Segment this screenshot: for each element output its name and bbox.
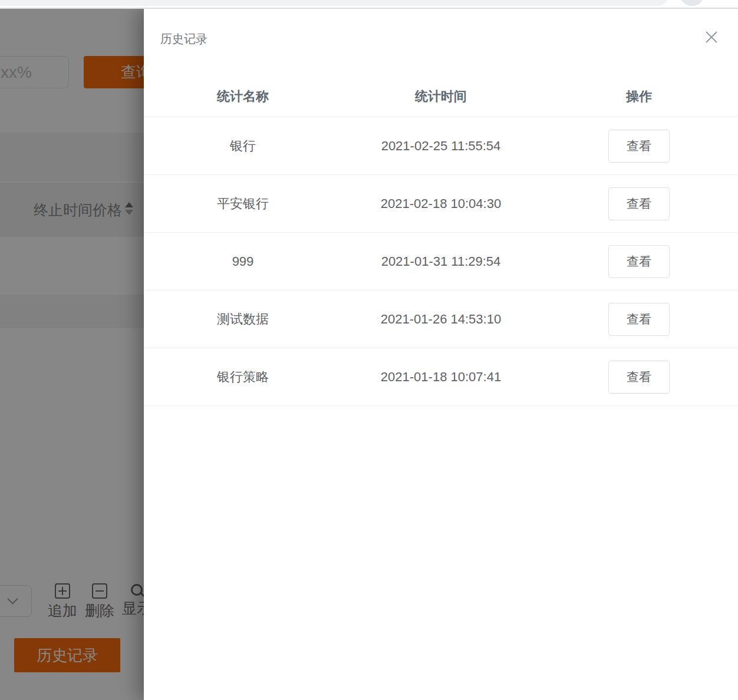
view-button[interactable]: 查看: [608, 361, 670, 394]
address-bar[interactable]: [0, 0, 668, 6]
screen: 查询 终止时间价格 追加 删除 显示: [0, 0, 738, 700]
view-button[interactable]: 查看: [608, 303, 670, 336]
cell-stat-name: 平安银行: [144, 175, 342, 232]
cell-stat-time: 2021-02-18 10:04:30: [342, 175, 540, 232]
table-header-row: 统计名称 统计时间 操作: [144, 76, 738, 117]
table-row: 测试数据 2021-01-26 14:53:10 查看: [144, 290, 738, 348]
table-row: 平安银行 2021-02-18 10:04:30 查看: [144, 175, 738, 233]
column-header-name: 统计名称: [144, 76, 342, 117]
table-row: 银行策略 2021-01-18 10:07:41 查看: [144, 348, 738, 406]
close-button[interactable]: [703, 28, 720, 45]
view-button[interactable]: 查看: [608, 130, 670, 163]
column-header-time: 统计时间: [342, 76, 540, 117]
cell-stat-name: 银行: [144, 117, 342, 174]
cell-stat-name: 测试数据: [144, 290, 342, 348]
cell-stat-time: 2021-01-31 11:29:54: [342, 233, 540, 290]
cell-stat-time: 2021-01-26 14:53:10: [342, 290, 540, 348]
history-drawer: 历史记录 统计名称 统计时间 操作 银行 2021-02-25 11:55:54…: [144, 9, 738, 700]
column-header-action: 操作: [540, 76, 738, 117]
view-button[interactable]: 查看: [608, 187, 670, 220]
drawer-title: 历史记录: [160, 31, 207, 47]
table-row: 999 2021-01-31 11:29:54 查看: [144, 233, 738, 290]
browser-toolbar-sliver: [0, 0, 738, 9]
cell-stat-name: 999: [144, 233, 342, 290]
cell-stat-time: 2021-02-25 11:55:54: [342, 117, 540, 174]
view-button[interactable]: 查看: [608, 245, 670, 278]
history-table: 统计名称 统计时间 操作 银行 2021-02-25 11:55:54 查看 平…: [144, 76, 738, 406]
cell-stat-time: 2021-01-18 10:07:41: [342, 348, 540, 405]
table-row: 银行 2021-02-25 11:55:54 查看: [144, 117, 738, 175]
cell-stat-name: 银行策略: [144, 348, 342, 405]
close-icon: [703, 28, 720, 45]
avatar-button[interactable]: [680, 0, 704, 6]
